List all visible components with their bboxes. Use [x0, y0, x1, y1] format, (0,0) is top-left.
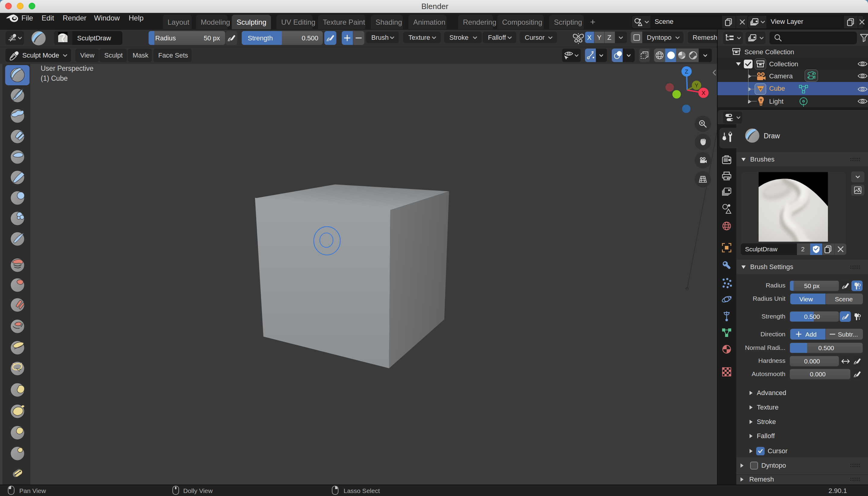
svg-text:X: X [702, 90, 706, 96]
svg-text:Y: Y [695, 82, 698, 89]
svg-text:Z: Z [685, 68, 688, 75]
